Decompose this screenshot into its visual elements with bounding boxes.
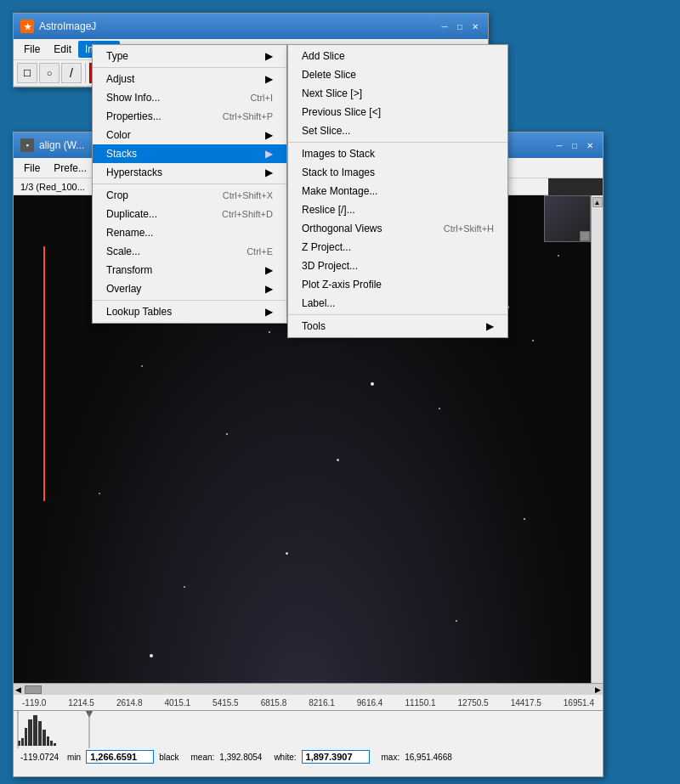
histogram-svg bbox=[14, 711, 603, 748]
min-value-field[interactable]: 1,266.6591 bbox=[86, 750, 154, 764]
svg-rect-4 bbox=[33, 715, 37, 746]
arrow-icon: ▶ bbox=[265, 306, 273, 318]
stacks-label[interactable]: Label... bbox=[288, 294, 507, 313]
svg-rect-8 bbox=[50, 741, 53, 746]
stacks-reslice[interactable]: Reslice [/]... bbox=[288, 200, 507, 219]
menu-scale[interactable]: Scale... Ctrl+E bbox=[93, 242, 286, 261]
scroll-left-button[interactable]: ◀ bbox=[15, 685, 21, 694]
arrow-icon: ▶ bbox=[265, 283, 273, 295]
stacks-z-project[interactable]: Z Project... bbox=[288, 238, 507, 257]
menu-stacks[interactable]: Stacks ▶ bbox=[93, 144, 286, 163]
tool-line[interactable]: / bbox=[61, 63, 82, 83]
tool-rect[interactable]: ☐ bbox=[17, 63, 37, 83]
menu-lookup-tables[interactable]: Lookup Tables ▶ bbox=[93, 302, 286, 321]
menu-divider-2 bbox=[93, 183, 286, 184]
side-scroll-panel: ▲ ▼ bbox=[591, 195, 603, 725]
stacks-3d-project[interactable]: 3D Project... bbox=[288, 257, 507, 275]
arrow-icon: ▶ bbox=[486, 320, 494, 332]
stacks-orthogonal-views[interactable]: Orthogonal Views Ctrl+Skift+H bbox=[288, 219, 507, 238]
arrow-icon: ▶ bbox=[265, 50, 273, 62]
arrow-icon: ▶ bbox=[265, 129, 273, 141]
menu-overlay[interactable]: Overlay ▶ bbox=[93, 279, 286, 298]
maximize-button[interactable]: □ bbox=[454, 20, 466, 32]
svg-rect-9 bbox=[54, 743, 56, 746]
menu-type[interactable]: Type ▶ bbox=[93, 47, 286, 65]
arrow-icon: ▶ bbox=[265, 73, 273, 85]
mean-value: 1,392.8054 bbox=[219, 753, 262, 762]
stacks-stack-to-images[interactable]: Stack to Images bbox=[288, 163, 507, 182]
title-bar-controls: ─ □ ✕ bbox=[439, 20, 481, 32]
stacks-delete-slice[interactable]: Delete Slice bbox=[288, 65, 507, 84]
histogram-area bbox=[14, 711, 603, 748]
scroll-thumb[interactable] bbox=[25, 685, 42, 694]
svg-rect-2 bbox=[25, 728, 27, 746]
stacks-plot-z-axis[interactable]: Plot Z-axis Profile bbox=[288, 275, 507, 294]
max-label: max: bbox=[382, 753, 400, 762]
stacks-make-montage[interactable]: Make Montage... bbox=[288, 182, 507, 200]
tool-oval[interactable]: ○ bbox=[39, 63, 60, 83]
stacks-divider-2 bbox=[288, 314, 507, 315]
arrow-icon: ▶ bbox=[265, 148, 273, 160]
menu-show-info[interactable]: Show Info... Ctrl+I bbox=[93, 88, 286, 107]
menu-transform[interactable]: Transform ▶ bbox=[93, 261, 286, 279]
align-app-icon: ▪ bbox=[20, 138, 34, 152]
stacks-images-to-stack[interactable]: Images to Stack bbox=[288, 144, 507, 163]
main-window-title: AstroImageJ bbox=[39, 20, 96, 32]
close-button[interactable]: ✕ bbox=[469, 20, 481, 32]
image-menu-dropdown: Type ▶ Adjust ▶ Show Info... Ctrl+I Prop… bbox=[92, 44, 287, 324]
scroll-up-button[interactable]: ▲ bbox=[592, 197, 603, 207]
stacks-next-slice[interactable]: Next Slice [>] bbox=[288, 84, 507, 103]
thumbnail-indicator bbox=[580, 231, 590, 241]
menu-file[interactable]: File bbox=[17, 41, 47, 58]
menu-duplicate[interactable]: Duplicate... Ctrl+Shift+D bbox=[93, 205, 286, 223]
stacks-set-slice[interactable]: Set Slice... bbox=[288, 121, 507, 140]
align-maximize-button[interactable]: □ bbox=[569, 139, 581, 151]
svg-rect-5 bbox=[38, 721, 42, 746]
menu-edit[interactable]: Edit bbox=[47, 41, 78, 58]
menu-rename[interactable]: Rename... bbox=[93, 223, 286, 242]
value-bar: -119.0724 min 1,266.6591 black mean: 1,3… bbox=[14, 748, 603, 765]
menu-color[interactable]: Color ▶ bbox=[93, 126, 286, 144]
arrow-icon: ▶ bbox=[265, 166, 273, 178]
align-close-button[interactable]: ✕ bbox=[584, 139, 596, 151]
menu-crop[interactable]: Crop Ctrl+Shift+X bbox=[93, 186, 286, 205]
white-value-field[interactable]: 1,897.3907 bbox=[302, 750, 370, 764]
svg-rect-6 bbox=[42, 730, 46, 746]
svg-rect-1 bbox=[21, 738, 24, 746]
menu-adjust[interactable]: Adjust ▶ bbox=[93, 70, 286, 88]
black-label: black bbox=[159, 753, 178, 762]
align-menu-prefe[interactable]: Prefe... bbox=[47, 161, 94, 176]
min-label: min bbox=[67, 753, 81, 762]
align-window-title: align (W... bbox=[39, 139, 84, 151]
arrow-icon: ▶ bbox=[265, 264, 273, 276]
svg-rect-7 bbox=[47, 736, 49, 746]
max-value: 16,951.4668 bbox=[405, 753, 452, 762]
white-label: white: bbox=[274, 753, 296, 762]
thumbnail-box bbox=[544, 195, 591, 242]
histogram-panel: -119.0724 min 1,266.6591 black mean: 1,3… bbox=[14, 710, 603, 776]
info-bar-text: 1/3 (Red_100... bbox=[20, 182, 85, 192]
main-title-bar: ★ AstroImageJ ─ □ ✕ bbox=[14, 14, 488, 39]
svg-rect-3 bbox=[28, 719, 32, 746]
minimize-button[interactable]: ─ bbox=[439, 20, 450, 32]
mean-label: mean: bbox=[191, 753, 215, 762]
align-menu-file[interactable]: File bbox=[17, 161, 47, 176]
stacks-divider-1 bbox=[288, 142, 507, 143]
toolbar-separator bbox=[85, 63, 86, 83]
menu-hyperstacks[interactable]: Hyperstacks ▶ bbox=[93, 163, 286, 182]
menu-divider-1 bbox=[93, 67, 286, 68]
align-minimize-button[interactable]: ─ bbox=[553, 139, 565, 151]
scroll-right-button[interactable]: ▶ bbox=[595, 685, 601, 694]
stacks-submenu: Add Slice Delete Slice Next Slice [>] Pr… bbox=[287, 44, 508, 338]
horizontal-scrollbar[interactable]: ◀ ▶ bbox=[14, 683, 603, 695]
menu-properties[interactable]: Properties... Ctrl+Shift+P bbox=[93, 107, 286, 126]
menu-divider-3 bbox=[93, 300, 286, 301]
app-icon: ★ bbox=[20, 20, 34, 33]
stacks-add-slice[interactable]: Add Slice bbox=[288, 47, 507, 65]
stacks-tools[interactable]: Tools ▶ bbox=[288, 317, 507, 336]
stacks-prev-slice[interactable]: Previous Slice [<] bbox=[288, 103, 507, 121]
h-scroll-area: ◀ ▶ -119.0 1214.5 2614.8 4015.1 5415.5 6… bbox=[14, 683, 603, 710]
red-marker-line bbox=[43, 246, 45, 501]
axis-labels: -119.0 1214.5 2614.8 4015.1 5415.5 6815.… bbox=[14, 695, 603, 710]
left-value: -119.0724 bbox=[20, 753, 59, 762]
